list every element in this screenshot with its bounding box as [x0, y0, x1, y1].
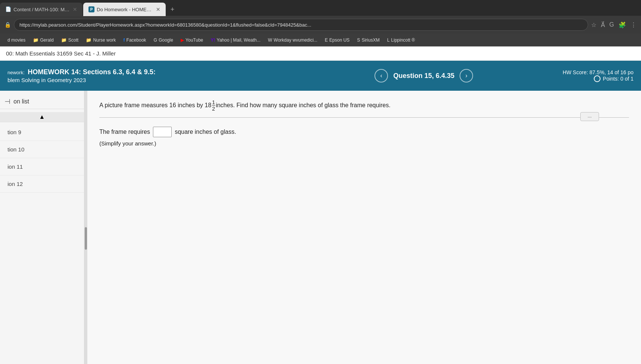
content-area: A picture frame measures 16 inches by 18… [87, 91, 641, 364]
bookmark-facebook-label: Facebook [126, 37, 146, 43]
bookmark-google[interactable]: G Google [151, 36, 176, 44]
question-text-after: inches. Find how many square inches of g… [216, 102, 391, 108]
question-text: A picture frame measures 16 inches by 18… [99, 100, 629, 111]
bookmarks-bar: d movies 📁 Gerald 📁 Scott 📁 Nurse work f… [0, 34, 641, 46]
sidebar-item-11-label: ion 11 [7, 163, 23, 170]
bookmark-siriusxm[interactable]: S SiriusXM [354, 36, 383, 44]
sidebar-item-12-label: ion 12 [7, 181, 23, 187]
lippincott-icon: L [387, 37, 390, 43]
extension-icon[interactable]: 🧩 [619, 21, 626, 28]
points-row: Points: 0 of 1 [563, 75, 634, 82]
course-header: 00: Math Essentials 31659 Sec 41 - J. Mi… [0, 46, 641, 61]
hw-title: HOMEWORK 14: Sections 6.3, 6.4 & 9.5: [28, 68, 156, 76]
sidebar-scrollbar[interactable] [84, 91, 87, 364]
tab-2[interactable]: P Do Homework - HOMEWORK 14: ✕ [83, 3, 166, 16]
tab-1-favicon: 📄 [5, 6, 11, 12]
new-tab-button[interactable]: + [166, 3, 178, 15]
tab-2-title: Do Homework - HOMEWORK 14: [97, 7, 153, 12]
siriusxm-icon: S [357, 37, 360, 43]
bookmark-movies-label: d movies [7, 37, 25, 43]
bookmark-gerald-label: Gerald [40, 37, 54, 43]
main-body: ⊣ on list ▲ tion 9 tion 10 ion 11 ion 12 [0, 91, 641, 364]
sidebar-item-10[interactable]: tion 10 [0, 141, 84, 158]
bookmark-youtube[interactable]: ▶ YouTube [178, 36, 206, 44]
collapse-icon[interactable]: ⊣ [4, 97, 10, 106]
bookmark-lippincott[interactable]: L Lippincott ® [384, 36, 418, 44]
fraction-numerator: 1 [212, 100, 215, 106]
sidebar-header-label: on list [13, 98, 29, 105]
bookmark-gerald[interactable]: 📁 Gerald [30, 36, 57, 44]
folder-icon-gerald: 📁 [33, 37, 39, 43]
sidebar-item-10-label: tion 10 [7, 146, 24, 153]
hw-subtitle: blem Solving in Geometry 2023 [7, 77, 285, 83]
hw-label-row: nework: HOMEWORK 14: Sections 6.3, 6.4 &… [7, 68, 285, 76]
scroll-up-icon: ▲ [39, 114, 45, 120]
facebook-icon: f [123, 37, 125, 43]
address-bar: 🔒 ☆ A⃗ G 🧩 ⋮ [0, 16, 641, 34]
bookmark-movies[interactable]: d movies [3, 36, 28, 44]
fraction-display: 12 [211, 102, 216, 108]
bookmark-google-label: Google [159, 37, 173, 43]
tab-2-favicon: P [88, 6, 94, 12]
hw-title-section: nework: HOMEWORK 14: Sections 6.3, 6.4 &… [7, 68, 285, 83]
tab-2-close[interactable]: ✕ [156, 6, 160, 12]
profile-icon[interactable]: A⃗ [601, 21, 605, 28]
tab-1[interactable]: 📄 Content / MATH-100: Math Esse ✕ [0, 3, 82, 16]
folder-icon-nurse: 📁 [86, 37, 91, 43]
bookmark-lippincott-label: Lippincott ® [391, 37, 415, 43]
divider-line [99, 117, 629, 118]
bookmark-workday[interactable]: W Workday wvumedici... [265, 36, 320, 44]
question-text-before: A picture frame measures 16 inches by 18 [99, 102, 211, 108]
points-label: Points: 0 of 1 [603, 76, 634, 82]
yahoo-icon: Y! [211, 37, 215, 43]
tab-bar: 📄 Content / MATH-100: Math Esse ✕ P Do H… [0, 0, 641, 16]
answer-input[interactable] [153, 127, 172, 137]
sidebar-item-9-label: tion 9 [7, 129, 21, 135]
hw-header: nework: HOMEWORK 14: Sections 6.3, 6.4 &… [0, 61, 641, 91]
sidebar-item-9[interactable]: tion 9 [0, 124, 84, 141]
sidebar-scroll-handle[interactable] [85, 227, 87, 250]
sidebar-scroll-up[interactable]: ▲ [0, 112, 84, 122]
prev-question-button[interactable]: ‹ [374, 69, 388, 82]
sidebar-header: ⊣ on list [0, 94, 84, 109]
bookmark-nursework[interactable]: 📁 Nurse work [83, 36, 119, 44]
answer-suffix: square inches of glass. [175, 129, 236, 135]
course-title: 00: Math Essentials 31659 Sec 41 - J. Mi… [6, 50, 116, 57]
bookmark-workday-label: Workday wvumedici... [274, 37, 317, 43]
sidebar-item-11[interactable]: ion 11 [0, 158, 84, 175]
simplify-text: (Simplify your answer.) [99, 140, 629, 147]
bookmark-scott-label: Scott [68, 37, 78, 43]
google-icon[interactable]: G [610, 21, 614, 28]
bookmark-epson[interactable]: E Epson US [322, 36, 353, 44]
next-question-button[interactable]: › [460, 69, 473, 82]
tab-1-title: Content / MATH-100: Math Esse [13, 7, 70, 12]
hw-nav: ‹ Question 15, 6.4.35 › [285, 69, 562, 82]
address-bar-icons: ☆ A⃗ G 🧩 ⋮ [591, 21, 637, 28]
page-content: 00: Math Essentials 31659 Sec 41 - J. Mi… [0, 46, 641, 364]
star-icon[interactable]: ☆ [591, 21, 596, 28]
fraction-denominator: 2 [212, 106, 215, 111]
points-circle [594, 75, 601, 82]
bookmark-yahoo[interactable]: Y! Yahoo | Mail, Weath... [208, 36, 264, 44]
question-label: Question 15, 6.4.35 [393, 72, 454, 80]
hw-score-text: HW Score: 87.5%, 14 of 16 po [563, 69, 634, 75]
sidebar-container: ⊣ on list ▲ tion 9 tion 10 ion 11 ion 12 [0, 91, 87, 364]
tab-1-close[interactable]: ✕ [73, 6, 77, 12]
menu-icon[interactable]: ⋮ [631, 21, 637, 28]
bookmark-youtube-label: YouTube [186, 37, 203, 43]
sidebar-item-12[interactable]: ion 12 [0, 175, 84, 193]
hw-label: nework: [7, 70, 25, 75]
bookmark-epson-label: Epson US [329, 37, 350, 43]
bookmark-facebook[interactable]: f Facebook [120, 36, 149, 44]
bookmark-scott[interactable]: 📁 Scott [58, 36, 81, 44]
epson-icon: E [325, 37, 328, 43]
lock-icon: 🔒 [4, 22, 11, 28]
more-button[interactable]: ··· [580, 112, 599, 121]
answer-prefix: The frame requires [99, 129, 150, 135]
workday-icon: W [268, 37, 272, 43]
hw-score-section: HW Score: 87.5%, 14 of 16 po Points: 0 o… [563, 69, 634, 82]
address-input[interactable] [14, 19, 588, 31]
bookmark-yahoo-label: Yahoo | Mail, Weath... [217, 37, 261, 43]
browser-chrome: 📄 Content / MATH-100: Math Esse ✕ P Do H… [0, 0, 641, 46]
youtube-icon: ▶ [181, 37, 184, 43]
